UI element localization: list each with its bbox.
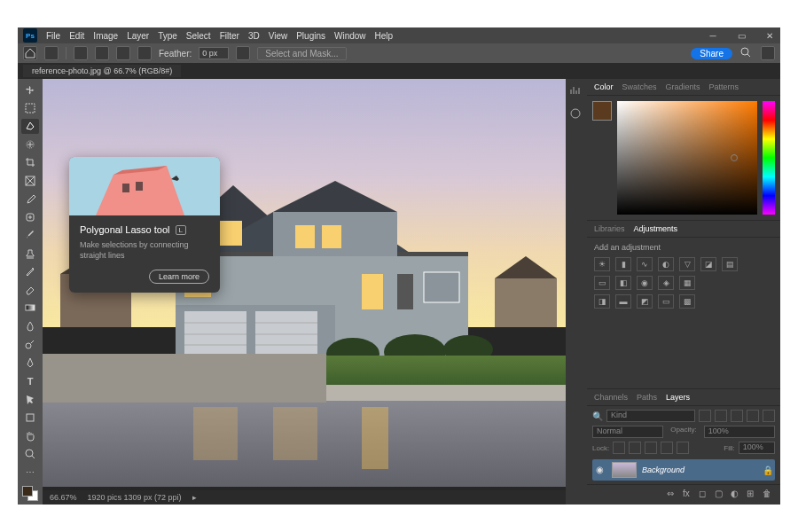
menu-help[interactable]: Help xyxy=(375,31,394,41)
adj-exposure[interactable]: ◐ xyxy=(658,257,674,271)
tab-patterns[interactable]: Patterns xyxy=(709,82,739,91)
adj-levels[interactable]: ▮ xyxy=(615,257,631,271)
fill-input[interactable]: 100% xyxy=(739,442,775,454)
subtract-selection-icon[interactable] xyxy=(116,46,130,60)
marquee-tool[interactable] xyxy=(21,101,39,116)
adj-channelmix[interactable]: ◈ xyxy=(658,276,674,290)
healing-tool[interactable] xyxy=(21,210,39,225)
tab-adjustments[interactable]: Adjustments xyxy=(634,224,678,233)
minimize-icon[interactable]: ─ xyxy=(708,30,718,41)
tab-color[interactable]: Color xyxy=(594,82,614,91)
status-chevron[interactable]: ▸ xyxy=(192,493,197,502)
delete-layer-icon[interactable]: 🗑 xyxy=(763,489,775,501)
tab-channels[interactable]: Channels xyxy=(594,393,628,402)
search-icon[interactable] xyxy=(739,46,754,60)
new-layer-icon[interactable]: ⊞ xyxy=(747,489,759,501)
menu-view[interactable]: View xyxy=(269,31,288,41)
histogram-icon[interactable] xyxy=(569,84,583,98)
menu-window[interactable]: Window xyxy=(334,31,366,41)
move-tool[interactable] xyxy=(21,82,39,98)
lasso-tool[interactable] xyxy=(21,119,39,134)
opacity-input[interactable]: 100% xyxy=(704,426,775,438)
new-adj-layer-icon[interactable]: ◐ xyxy=(731,489,743,501)
visibility-icon[interactable]: ◉ xyxy=(596,465,606,475)
type-tool[interactable]: T xyxy=(21,373,39,388)
menu-file[interactable]: File xyxy=(46,31,60,41)
filter-smart-icon[interactable] xyxy=(763,410,775,422)
menu-type[interactable]: Type xyxy=(158,31,177,41)
select-and-mask-button[interactable]: Select and Mask... xyxy=(257,47,346,60)
lock-position-icon[interactable] xyxy=(645,442,657,454)
filter-shape-icon[interactable] xyxy=(747,410,759,422)
brush-tool[interactable] xyxy=(21,228,39,243)
lock-artboard-icon[interactable] xyxy=(661,442,673,454)
zoom-level[interactable]: 66.67% xyxy=(50,493,77,502)
crop-tool[interactable] xyxy=(21,155,39,170)
document-tab[interactable]: reference-photo.jpg @ 66.7% (RGB/8#) xyxy=(23,65,181,77)
dodge-tool[interactable] xyxy=(21,337,39,352)
new-group-icon[interactable]: ▢ xyxy=(715,489,727,501)
layer-thumbnail[interactable] xyxy=(612,462,637,478)
zoom-tool[interactable] xyxy=(21,446,39,461)
lock-pixels-icon[interactable] xyxy=(629,442,641,454)
shape-tool[interactable] xyxy=(21,410,39,425)
workspace-icon[interactable] xyxy=(761,46,775,60)
layer-mask-icon[interactable]: ◻ xyxy=(699,489,711,501)
adj-hue[interactable]: ▭ xyxy=(594,276,610,290)
layer-item-background[interactable]: ◉ Background 🔒 xyxy=(592,459,775,481)
blur-tool[interactable] xyxy=(21,319,39,334)
menu-filter[interactable]: Filter xyxy=(220,31,239,41)
color-swatch[interactable] xyxy=(22,486,38,501)
menu-select[interactable]: Select xyxy=(186,31,211,41)
history-brush-tool[interactable] xyxy=(21,264,39,279)
layer-name[interactable]: Background xyxy=(642,466,757,474)
share-button[interactable]: Share xyxy=(691,48,732,59)
menu-edit[interactable]: Edit xyxy=(69,31,84,41)
fg-color[interactable] xyxy=(22,486,33,497)
blend-mode-dropdown[interactable]: Normal xyxy=(592,426,663,438)
adj-curves[interactable]: ∿ xyxy=(637,257,653,271)
add-selection-icon[interactable] xyxy=(95,46,109,60)
hand-tool[interactable] xyxy=(21,428,39,443)
color-current-swatch[interactable] xyxy=(592,101,612,121)
link-layers-icon[interactable]: ⇔ xyxy=(667,489,679,501)
tab-layers[interactable]: Layers xyxy=(666,393,690,402)
tool-preset-icon[interactable] xyxy=(44,46,59,60)
layer-filter-dropdown[interactable]: Kind xyxy=(606,410,695,422)
adj-vibrance[interactable]: ▽ xyxy=(679,257,695,271)
menu-3d[interactable]: 3D xyxy=(248,31,260,41)
tab-swatches[interactable]: Swatches xyxy=(622,82,657,91)
eraser-tool[interactable] xyxy=(21,283,39,298)
pen-tool[interactable] xyxy=(21,356,39,371)
layer-style-icon[interactable]: fx xyxy=(683,489,695,501)
quick-select-tool[interactable] xyxy=(21,137,39,153)
restore-icon[interactable]: ▭ xyxy=(736,30,747,41)
hue-slider[interactable] xyxy=(763,101,775,215)
close-icon[interactable]: ✕ xyxy=(764,30,775,41)
learn-more-button[interactable]: Learn more xyxy=(149,270,209,284)
color-ring[interactable] xyxy=(731,154,738,161)
adj-posterize[interactable]: ▬ xyxy=(615,294,631,309)
intersect-selection-icon[interactable] xyxy=(137,46,152,60)
menu-image[interactable]: Image xyxy=(93,31,118,41)
filter-type-icon[interactable] xyxy=(731,410,743,422)
tab-libraries[interactable]: Libraries xyxy=(594,224,625,233)
lock-transparent-icon[interactable] xyxy=(613,442,625,454)
lock-all-icon[interactable] xyxy=(677,442,689,454)
lock-icon[interactable]: 🔒 xyxy=(763,466,771,474)
menu-layer[interactable]: Layer xyxy=(127,31,149,41)
frame-tool[interactable] xyxy=(21,174,39,189)
adj-selective[interactable]: ▩ xyxy=(679,294,695,309)
navigator-icon[interactable] xyxy=(569,107,583,121)
filter-adj-icon[interactable] xyxy=(715,410,727,422)
filter-pixel-icon[interactable] xyxy=(699,410,711,422)
adj-gradmap[interactable]: ▭ xyxy=(658,294,674,309)
tab-paths[interactable]: Paths xyxy=(637,393,657,402)
adj-invert[interactable]: ◨ xyxy=(594,294,610,309)
adj-threshold[interactable]: ◩ xyxy=(637,294,653,309)
eyedropper-tool[interactable] xyxy=(21,192,39,207)
color-field[interactable] xyxy=(617,101,757,215)
feather-input[interactable] xyxy=(199,47,229,59)
new-selection-icon[interactable] xyxy=(74,46,88,60)
adj-photofilter[interactable]: ◉ xyxy=(637,276,653,290)
